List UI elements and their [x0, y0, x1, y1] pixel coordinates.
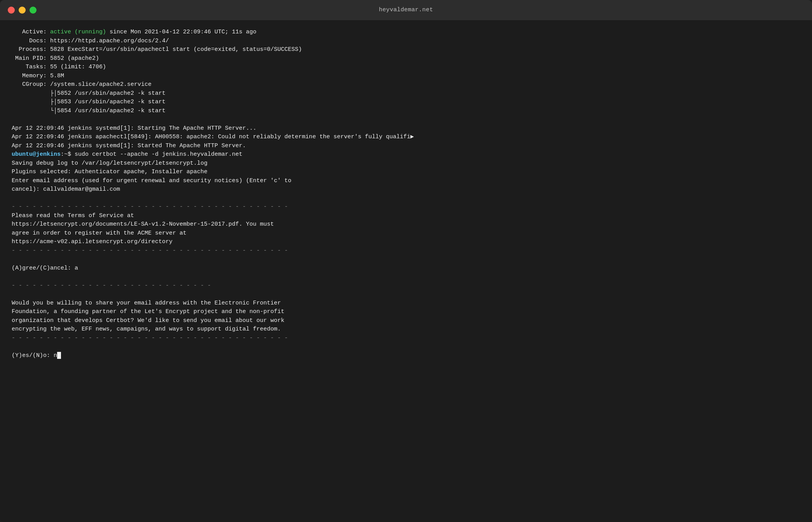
memory-line: Memory: 5.8M — [12, 72, 800, 81]
agree-prompt: (A)gree/(C)ancel: a — [12, 264, 800, 273]
minimize-button[interactable] — [19, 7, 26, 14]
sep1: - - - - - - - - - - - - - - - - - - - - … — [12, 203, 800, 212]
blank1 — [12, 115, 800, 124]
active-line: Active: active (running) since Mon 2021-… — [12, 28, 800, 37]
log3: Apr 12 22:09:46 jenkins systemd[1]: Star… — [12, 142, 800, 151]
maximize-button[interactable] — [30, 7, 37, 14]
prompt-cmd: sudo certbot --apache -d jenkins.heyvald… — [71, 151, 242, 158]
mainpid-line: Main PID: 5852 (apache2) — [12, 54, 800, 63]
sep3: - - - - - - - - - - - - - - - - - - - - … — [12, 282, 800, 291]
eff4: encrypting the web, EFF news, campaigns,… — [12, 325, 800, 334]
process-line: Process: 5828 ExecStart=/usr/sbin/apache… — [12, 45, 800, 54]
blank2 — [12, 194, 800, 203]
saving-line: Saving debug log to /var/log/letsencrypt… — [12, 159, 800, 168]
cgroup1-line: ├│5852 /usr/sbin/apache2 -k start — [12, 89, 800, 98]
traffic-lights — [8, 7, 37, 14]
eff2: Foundation, a founding partner of the Le… — [12, 308, 800, 317]
agree-line: agree in order to register with the ACME… — [12, 229, 800, 238]
cgroup2-line: ├│5853 /usr/sbin/apache2 -k start — [12, 98, 800, 107]
cgroup3-line: └│5854 /usr/sbin/apache2 -k start — [12, 107, 800, 116]
enter-email: Enter email address (used for urgent ren… — [12, 177, 800, 186]
eff1: Would you be willing to share your email… — [12, 299, 800, 308]
log2: Apr 12 22:09:46 jenkins apachectl[5849]:… — [12, 133, 800, 142]
window-title: heyvaldemar.net — [379, 6, 433, 14]
blank4 — [12, 273, 800, 282]
prompt-path: :~$ — [61, 151, 71, 158]
acme-url: https://acme-v02.api.letsencrypt.org/dir… — [12, 238, 800, 247]
prompt1: ubuntu@jenkins:~$ sudo certbot --apache … — [12, 150, 800, 159]
sep4: - - - - - - - - - - - - - - - - - - - - … — [12, 334, 800, 343]
blank3 — [12, 255, 800, 264]
tos-url: https://letsencrypt.org/documents/LE-SA-… — [12, 220, 800, 229]
close-button[interactable] — [8, 7, 15, 14]
sep2: - - - - - - - - - - - - - - - - - - - - … — [12, 247, 800, 256]
yn-prompt-text: (Y)es/(N)o: n — [12, 352, 57, 359]
docs-line: Docs: https://httpd.apache.org/docs/2.4/ — [12, 37, 800, 46]
prompt-user: ubuntu@jenkins — [12, 151, 61, 158]
cgroup-line: CGroup: /system.slice/apache2.service — [12, 80, 800, 89]
eff3: organization that develops Certbot? We'd… — [12, 317, 800, 325]
titlebar: heyvaldemar.net — [0, 0, 812, 20]
tasks-line: Tasks: 55 (limit: 4706) — [12, 63, 800, 72]
log1: Apr 12 22:09:46 jenkins systemd[1]: Star… — [12, 124, 800, 133]
blank6 — [12, 343, 800, 351]
plugins-line: Plugins selected: Authenticator apache, … — [12, 168, 800, 177]
yn-prompt-line: (Y)es/(N)o: n — [12, 351, 800, 360]
please-read: Please read the Terms of Service at — [12, 212, 800, 221]
terminal-cursor — [57, 352, 61, 359]
blank5 — [12, 290, 800, 299]
terminal-window: heyvaldemar.net Active: active (running)… — [0, 0, 812, 522]
cancel-line: cancel): callvaldemar@gmail.com — [12, 185, 800, 194]
terminal-body[interactable]: Active: active (running) since Mon 2021-… — [0, 20, 812, 522]
